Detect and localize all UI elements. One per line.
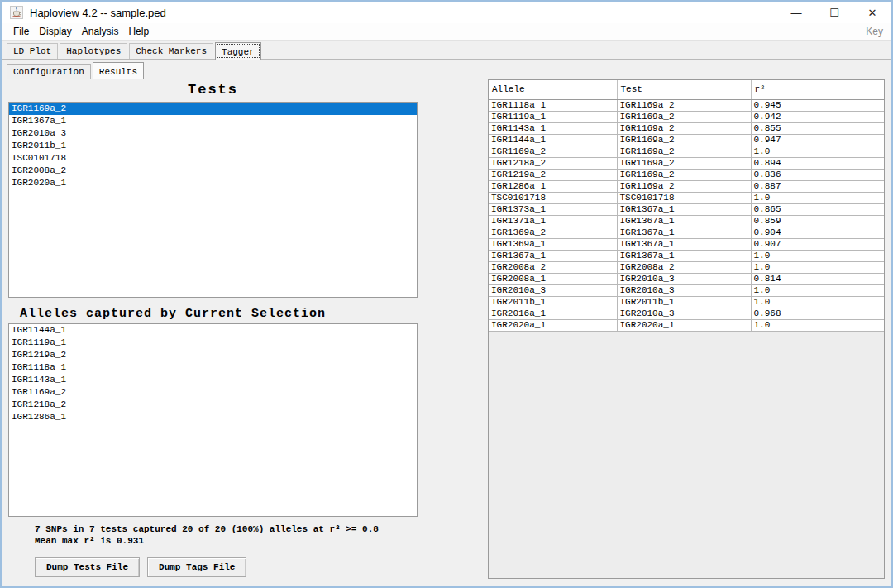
r2-cell: 0.859 — [751, 215, 884, 227]
tab-tagger[interactable]: Tagger — [215, 42, 261, 60]
tab-haplotypes[interactable]: Haplotypes — [60, 43, 127, 59]
r2-cell: 1.0 — [751, 284, 884, 296]
r2-cell: 0.904 — [751, 227, 884, 238]
r2-cell: 1.0 — [751, 146, 884, 157]
tests-list: IGR1169a_2IGR1367a_1IGR2010a_3IGR2011b_1… — [8, 102, 418, 298]
table-row[interactable]: IGR1218a_2IGR1169a_20.894 — [489, 157, 884, 169]
table-row[interactable]: IGR1371a_1IGR1367a_10.859 — [489, 215, 884, 227]
table-row[interactable]: IGR1143a_1IGR1169a_20.855 — [489, 122, 884, 134]
capture-summary: 7 SNPs in 7 tests captured 20 of 20 (100… — [35, 523, 418, 547]
allele-cell: IGR2016a_1 — [489, 308, 617, 319]
subtab-configuration[interactable]: Configuration — [7, 64, 91, 79]
table-row[interactable]: IGR1144a_1IGR1169a_20.947 — [489, 134, 884, 146]
table-row[interactable]: IGR2011b_1IGR2011b_11.0 — [489, 296, 884, 308]
r2-cell: 0.968 — [751, 308, 884, 319]
test-cell: IGR1367a_1 — [617, 238, 751, 250]
split-pane-divider[interactable] — [423, 79, 423, 581]
r2-cell: 0.865 — [751, 203, 884, 215]
test-item-igr2008a-2[interactable]: IGR2008a_2 — [9, 165, 417, 177]
test-cell: IGR1169a_2 — [617, 122, 751, 134]
test-cell: IGR2010a_3 — [617, 308, 751, 319]
test-item-igr2020a-1[interactable]: IGR2020a_1 — [9, 177, 417, 189]
test-cell: IGR2008a_2 — [617, 261, 751, 273]
table-row[interactable]: IGR1119a_1IGR1169a_20.942 — [489, 111, 884, 122]
allele-item-igr1286a-1[interactable]: IGR1286a_1 — [9, 411, 417, 423]
allele-item-igr1144a-1[interactable]: IGR1144a_1 — [9, 324, 417, 337]
r2-cell: 1.0 — [751, 250, 884, 261]
allele-cell: IGR1144a_1 — [489, 134, 617, 146]
results-table-header-row: AlleleTestr² — [489, 80, 884, 99]
table-row[interactable]: TSC0101718TSC01017181.0 — [489, 192, 884, 203]
test-cell: IGR1367a_1 — [617, 250, 751, 261]
r2-cell: 0.945 — [751, 99, 884, 111]
test-cell: IGR2010a_3 — [617, 284, 751, 296]
allele-cell: IGR1118a_1 — [489, 99, 617, 111]
test-cell: TSC0101718 — [617, 192, 751, 203]
menu-item-help[interactable]: Help — [123, 24, 154, 39]
column-header-r2[interactable]: r² — [751, 80, 884, 99]
allele-cell: IGR2008a_1 — [489, 273, 617, 284]
table-row[interactable]: IGR1286a_1IGR1169a_20.887 — [489, 180, 884, 192]
menu-item-display[interactable]: Display — [34, 24, 76, 39]
maximize-button[interactable]: ☐ — [815, 2, 853, 23]
table-row[interactable]: IGR2020a_1IGR2020a_11.0 — [489, 319, 884, 331]
allele-cell: IGR1119a_1 — [489, 111, 617, 122]
table-row[interactable]: IGR1367a_1IGR1367a_11.0 — [489, 250, 884, 261]
allele-item-igr1219a-2[interactable]: IGR1219a_2 — [9, 349, 417, 361]
table-row[interactable]: IGR1219a_2IGR1169a_20.836 — [489, 169, 884, 180]
menu-item-file[interactable]: File — [8, 24, 34, 39]
table-row[interactable]: IGR1369a_2IGR1367a_10.904 — [489, 227, 884, 238]
table-row[interactable]: IGR1373a_1IGR1367a_10.865 — [489, 203, 884, 215]
capture-summary-line1: 7 SNPs in 7 tests captured 20 of 20 (100… — [35, 523, 418, 535]
allele-cell: IGR1369a_2 — [489, 227, 617, 238]
allele-cell: IGR1369a_1 — [489, 238, 617, 250]
subtab-results[interactable]: Results — [93, 62, 144, 79]
test-item-igr1367a-1[interactable]: IGR1367a_1 — [9, 115, 417, 127]
r2-cell: 1.0 — [751, 192, 884, 203]
r2-cell: 1.0 — [751, 296, 884, 308]
r2-cell: 0.887 — [751, 180, 884, 192]
left-pane: Tests IGR1169a_2IGR1367a_1IGR2010a_3IGR2… — [8, 81, 418, 577]
r2-cell: 0.907 — [751, 238, 884, 250]
results-table-panel: AlleleTestr²IGR1118a_1IGR1169a_20.945IGR… — [488, 79, 885, 579]
tagger-sub-tab-bar: ConfigurationResults — [2, 60, 891, 79]
java-app-icon — [10, 6, 23, 19]
dump-tests-file-button[interactable]: Dump Tests File — [35, 557, 140, 577]
test-cell: IGR2020a_1 — [617, 319, 751, 331]
allele-item-igr1169a-2[interactable]: IGR1169a_2 — [9, 386, 417, 399]
alleles-title: Alleles captured by Current Selection — [8, 307, 418, 323]
dump-tags-file-button[interactable]: Dump Tags File — [147, 557, 246, 577]
allele-cell: IGR1219a_2 — [489, 169, 617, 180]
allele-item-igr1143a-1[interactable]: IGR1143a_1 — [9, 374, 417, 386]
table-row[interactable]: IGR1169a_2IGR1169a_21.0 — [489, 146, 884, 157]
menu-item-analysis[interactable]: Analysis — [77, 24, 124, 39]
column-header-allele[interactable]: Allele — [489, 80, 617, 99]
test-cell: IGR1169a_2 — [617, 134, 751, 146]
allele-item-igr1119a-1[interactable]: IGR1119a_1 — [9, 337, 417, 349]
allele-cell: IGR2020a_1 — [489, 319, 617, 331]
test-item-igr1169a-2[interactable]: IGR1169a_2 — [9, 103, 417, 115]
test-item-igr2011b-1[interactable]: IGR2011b_1 — [9, 140, 417, 152]
allele-cell: IGR2011b_1 — [489, 296, 617, 308]
close-button[interactable]: ✕ — [853, 2, 891, 23]
minimize-button[interactable]: — — [777, 2, 815, 23]
table-row[interactable]: IGR2016a_1IGR2010a_30.968 — [489, 308, 884, 319]
title-bar: Haploview 4.2 -- sample.ped — ☐ ✕ — [2, 2, 891, 23]
allele-item-igr1218a-2[interactable]: IGR1218a_2 — [9, 399, 417, 411]
key-label: Key — [866, 26, 885, 37]
table-row[interactable]: IGR2008a_1IGR2010a_30.814 — [489, 273, 884, 284]
test-cell: IGR1367a_1 — [617, 227, 751, 238]
allele-item-igr1118a-1[interactable]: IGR1118a_1 — [9, 361, 417, 374]
table-row[interactable]: IGR2008a_2IGR2008a_21.0 — [489, 261, 884, 273]
tab-check-markers[interactable]: Check Markers — [129, 43, 213, 59]
allele-cell: IGR1373a_1 — [489, 203, 617, 215]
test-item-tsc0101718[interactable]: TSC0101718 — [9, 152, 417, 165]
table-row[interactable]: IGR1118a_1IGR1169a_20.945 — [489, 99, 884, 111]
test-cell: IGR1169a_2 — [617, 169, 751, 180]
r2-cell: 0.894 — [751, 157, 884, 169]
test-item-igr2010a-3[interactable]: IGR2010a_3 — [9, 127, 417, 140]
tab-ld-plot[interactable]: LD Plot — [7, 43, 58, 59]
table-row[interactable]: IGR2010a_3IGR2010a_31.0 — [489, 284, 884, 296]
table-row[interactable]: IGR1369a_1IGR1367a_10.907 — [489, 238, 884, 250]
column-header-test[interactable]: Test — [617, 80, 751, 99]
